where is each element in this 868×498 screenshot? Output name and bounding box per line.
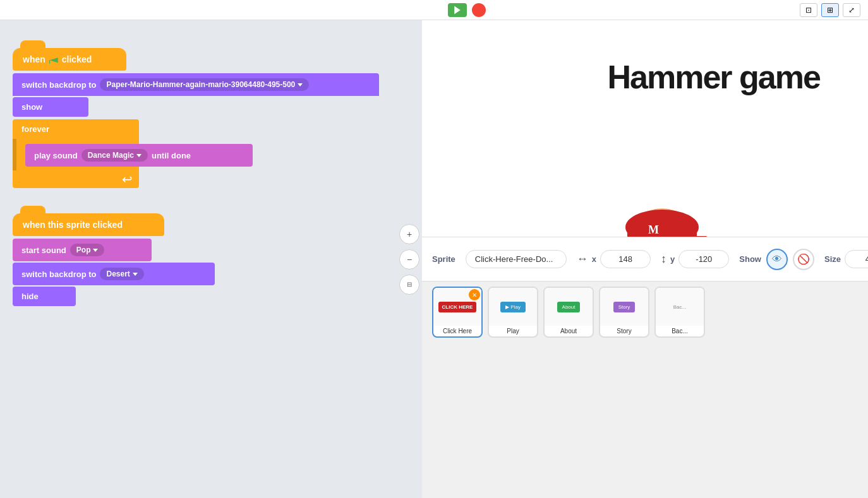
hat-text-2: when this sprite clicked xyxy=(23,220,123,230)
desert-dropdown-arrow xyxy=(133,273,138,276)
show-group: Show 👁 🚫 xyxy=(739,249,814,270)
sprite-list-area: ✕ CLICK HERE Click Here ▶ Play Play xyxy=(422,282,868,498)
forever-container: forever play sound Dance Magic until don… xyxy=(13,118,409,188)
sprite-1-label: Click Here xyxy=(433,326,481,336)
layout-fullscreen-button[interactable]: ⤢ xyxy=(843,3,860,17)
svg-text:M: M xyxy=(648,223,659,236)
switch-backdrop-desert-label: switch backdrop to xyxy=(21,270,96,279)
sound-value: Dance Magic xyxy=(88,151,134,160)
pop-dropdown[interactable]: Pop xyxy=(70,244,105,256)
x-label: x xyxy=(592,254,596,264)
hammer-game-illustration: M xyxy=(491,127,807,237)
hat-text-1b: clicked xyxy=(62,54,92,64)
sprite-3-image: About xyxy=(545,288,593,326)
sprite-thumb-5[interactable]: Bac... Bac... xyxy=(654,287,705,338)
hat-text-1a: when xyxy=(23,54,45,64)
sprites-section: ✕ CLICK HERE Click Here ▶ Play Play xyxy=(422,282,868,498)
scroll-handle: + − ⊟ xyxy=(399,224,419,295)
when-sprite-clicked-hat[interactable]: when this sprite clicked xyxy=(13,213,164,236)
sound-dropdown[interactable]: Dance Magic xyxy=(81,149,148,162)
stop-button[interactable] xyxy=(472,3,486,17)
switch-backdrop-desert-block[interactable]: switch backdrop to Desert xyxy=(13,263,215,285)
x-coord-group: ↔ x 148 xyxy=(577,250,651,268)
sprite-4-label: Story xyxy=(600,326,648,336)
svg-rect-9 xyxy=(632,236,708,237)
zoom-out-button[interactable]: − xyxy=(399,249,419,270)
sprite-thumb-4[interactable]: Story Story xyxy=(599,287,649,338)
y-coord-group: ↕ y -120 xyxy=(661,250,729,268)
sound-dropdown-arrow xyxy=(136,154,142,157)
y-label: y xyxy=(670,254,675,264)
backdrop-dropdown-arrow xyxy=(298,83,303,86)
sprite-4-image: Story xyxy=(600,288,648,326)
top-bar-center xyxy=(448,3,486,17)
sprite-thumb-2[interactable]: ▶ Play Play xyxy=(488,287,538,338)
backdrop-dropdown[interactable]: Paper-Mario-Hammer-again-mario-39064480-… xyxy=(100,78,309,91)
sprites-list: ✕ CLICK HERE Click Here ▶ Play Play xyxy=(422,282,868,343)
x-input[interactable]: 148 xyxy=(600,250,651,268)
code-area: when clicked switch backdrop to Paper-Ma… xyxy=(0,20,422,498)
desert-dropdown[interactable]: Desert xyxy=(100,268,143,280)
sprite-field-label: Sprite xyxy=(432,254,455,264)
y-axis-icon: ↕ xyxy=(661,252,666,266)
delete-sprite-1-button[interactable]: ✕ xyxy=(469,289,480,300)
sprite-3-label: About xyxy=(545,326,593,336)
show-visible-button[interactable]: 👁 xyxy=(766,249,788,270)
until-done-label: until done xyxy=(152,151,191,160)
main-content: when clicked switch backdrop to Paper-Ma… xyxy=(0,20,868,498)
svg-rect-8 xyxy=(627,227,697,237)
forever-bottom: ↩ xyxy=(13,170,139,188)
size-group: Size 40 xyxy=(824,250,868,268)
pop-dropdown-arrow xyxy=(93,249,98,252)
sprite-info-bar: Sprite Click-Here-Free-Do... ↔ x 148 ↕ y… xyxy=(422,237,868,282)
sprite-2-label: Play xyxy=(489,326,537,336)
desert-value: Desert xyxy=(106,270,130,278)
show-block[interactable]: show xyxy=(13,97,88,117)
start-sound-label: start sound xyxy=(21,246,66,255)
switch-backdrop-label: switch backdrop to xyxy=(21,80,96,90)
top-bar-right: ⊡ ⊞ ⤢ xyxy=(800,3,860,17)
forever-hat[interactable]: forever xyxy=(13,119,139,139)
sprite-thumb-3[interactable]: About About xyxy=(543,287,594,338)
size-input[interactable]: 40 xyxy=(845,250,868,268)
block-group-2: when this sprite clicked start sound Pop… xyxy=(13,213,409,306)
hide-block[interactable]: hide xyxy=(13,287,76,306)
flag-icon-small xyxy=(49,55,58,64)
start-sound-block[interactable]: start sound Pop xyxy=(13,239,152,261)
sprite-name-input[interactable]: Click-Here-Free-Do... xyxy=(466,250,567,268)
svg-marker-0 xyxy=(454,6,461,14)
stage-preview[interactable]: Hammer game M xyxy=(422,20,868,237)
sprite-5-label: Bac... xyxy=(656,326,704,336)
sprite-thumb-1[interactable]: ✕ CLICK HERE Click Here xyxy=(432,287,483,338)
fit-to-screen-button[interactable]: ⊟ xyxy=(399,275,419,295)
pop-value: Pop xyxy=(76,246,91,254)
zoom-in-button[interactable]: + xyxy=(399,224,419,244)
block-group-1: when clicked switch backdrop to Paper-Ma… xyxy=(13,48,409,188)
layout-large-button[interactable]: ⊞ xyxy=(821,3,839,17)
blocks-container: when clicked switch backdrop to Paper-Ma… xyxy=(0,20,422,319)
sprite-2-image: ▶ Play xyxy=(489,288,537,326)
play-sound-block[interactable]: play sound Dance Magic until done xyxy=(25,144,253,167)
backdrop-value: Paper-Mario-Hammer-again-mario-39064480-… xyxy=(106,80,295,89)
stage-area: Hammer game M xyxy=(422,20,868,498)
show-field-label: Show xyxy=(739,254,761,264)
size-field-label: Size xyxy=(824,254,841,264)
green-flag-button[interactable] xyxy=(448,3,467,17)
top-bar: ⊡ ⊞ ⤢ xyxy=(0,0,868,20)
x-axis-icon: ↔ xyxy=(577,252,588,266)
forever-arrow: ↩ xyxy=(122,172,133,187)
show-hidden-button[interactable]: 🚫 xyxy=(793,249,814,270)
layout-small-button[interactable]: ⊡ xyxy=(800,3,817,17)
stage-title: Hammer game xyxy=(607,58,819,96)
hide-label: hide xyxy=(21,292,39,301)
switch-backdrop-block[interactable]: switch backdrop to Paper-Mario-Hammer-ag… xyxy=(13,73,379,96)
show-label: show xyxy=(21,102,42,112)
y-input[interactable]: -120 xyxy=(678,250,729,268)
when-flag-clicked-hat[interactable]: when clicked xyxy=(13,48,126,71)
play-sound-label: play sound xyxy=(34,151,78,160)
sprite-5-image: Bac... xyxy=(656,288,704,326)
